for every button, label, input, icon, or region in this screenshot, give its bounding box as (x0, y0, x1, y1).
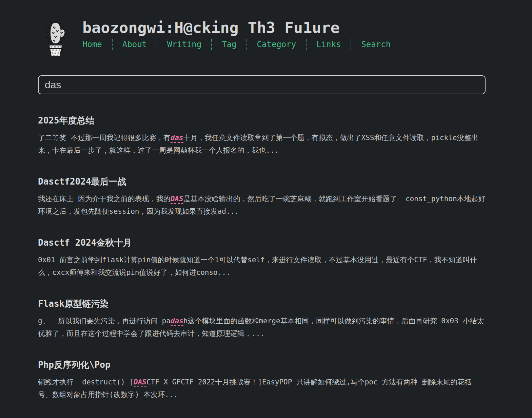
result-excerpt: 销毁才执行__destruct() [DASCTF X GFCTF 2022十月… (38, 376, 486, 401)
result-excerpt: g。 所以我们要先污染，再进行访问 padash这个模块里面的函数和merge基… (38, 315, 486, 340)
search-result: Dasctf2024最后一战我还在床上 因为介于我之前的表现，我的DAS是基本没… (38, 176, 486, 218)
result-excerpt: 了二等奖 不过那一周我记得很多比赛，有das十月，我任意文件读取拿到了第一个题，… (38, 132, 486, 157)
excerpt-text: 了二等奖 不过那一周我记得很多比赛，有 (38, 134, 171, 142)
header-text-column: baozongwi:H@cking Th3 Fu1ure Home About … (82, 19, 400, 50)
search-term-highlight: DAS (171, 195, 183, 204)
nav-item-writing[interactable]: Writing (157, 39, 211, 50)
site-nav: Home About Writing Tag Category Links Se… (82, 39, 400, 50)
nav-item-home[interactable]: Home (82, 39, 112, 50)
excerpt-text: 0x01 前言之前学到flask计算pin值的时候就知道一个1可以代替self，… (38, 256, 477, 277)
nav-item-category[interactable]: Category (247, 39, 306, 50)
site-header: baozongwi:H@cking Th3 Fu1ure Home About … (38, 0, 486, 57)
nav-item-about[interactable]: About (112, 39, 157, 50)
cactus-logo[interactable] (45, 19, 66, 57)
result-excerpt: 我还在床上 因为介于我之前的表现，我的DAS是基本没啥输出的，然后吃了一碗芝麻糊… (38, 193, 486, 218)
search-result: Flask原型链污染g。 所以我们要先污染，再进行访问 padash这个模块里面… (38, 298, 486, 340)
excerpt-text: g。 所以我们要先污染，再进行访问 pa (38, 317, 171, 325)
search-input[interactable] (38, 75, 486, 94)
cactus-icon (45, 19, 66, 57)
excerpt-text: 销毁才执行__destruct() [ (38, 378, 134, 386)
search-result: Dasctf 2024金秋十月0x01 前言之前学到flask计算pin值的时候… (38, 237, 486, 279)
result-title[interactable]: Dasctf2024最后一战 (38, 176, 486, 187)
result-title[interactable]: Php反序列化\Pop (38, 359, 486, 370)
nav-item-tag[interactable]: Tag (211, 39, 246, 50)
site-title: baozongwi:H@cking Th3 Fu1ure (82, 19, 400, 36)
result-title[interactable]: 2025年度总结 (38, 115, 486, 126)
page-container: baozongwi:H@cking Th3 Fu1ure Home About … (38, 0, 486, 401)
result-title[interactable]: Flask原型链污染 (38, 298, 486, 309)
excerpt-text: 我还在床上 因为介于我之前的表现，我的 (38, 195, 171, 203)
search-term-highlight: das (171, 317, 183, 326)
search-term-highlight: DAS (134, 378, 146, 387)
result-title[interactable]: Dasctf 2024金秋十月 (38, 237, 486, 248)
nav-item-links[interactable]: Links (306, 39, 351, 50)
search-term-highlight: das (171, 134, 183, 143)
search-result: Php反序列化\Pop销毁才执行__destruct() [DASCTF X G… (38, 359, 486, 401)
result-excerpt: 0x01 前言之前学到flask计算pin值的时候就知道一个1可以代替self，… (38, 254, 486, 279)
nav-item-search[interactable]: Search (351, 39, 400, 50)
search-results: 2025年度总结了二等奖 不过那一周我记得很多比赛，有das十月，我任意文件读取… (38, 115, 486, 401)
search-result: 2025年度总结了二等奖 不过那一周我记得很多比赛，有das十月，我任意文件读取… (38, 115, 486, 157)
